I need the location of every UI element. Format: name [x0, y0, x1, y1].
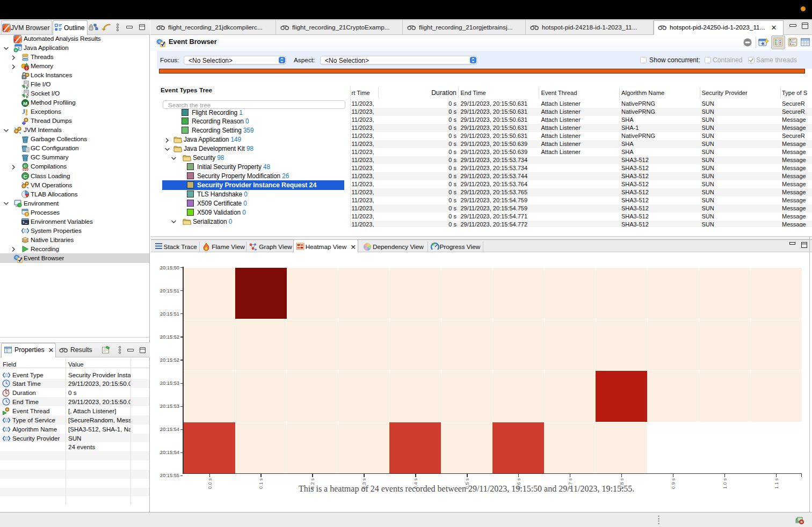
svg-text:C: C: [24, 173, 27, 179]
svg-text:M: M: [23, 100, 27, 106]
svg-text:010: 010: [23, 167, 28, 171]
svg-text:J: J: [22, 108, 25, 115]
